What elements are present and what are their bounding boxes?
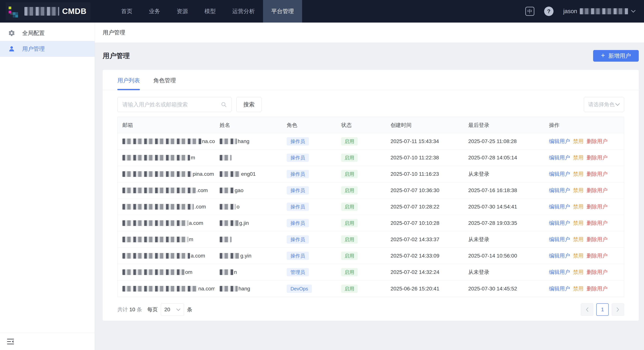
name-cell: hang — [215, 138, 282, 144]
column-header: 邮箱 — [118, 122, 215, 129]
email-visible-text: om — [185, 269, 192, 275]
redacted-name-block — [220, 138, 237, 144]
table-row: na.comhangDevOps启用2025-06-26 15:20:41202… — [118, 280, 624, 297]
prev-page-button[interactable] — [581, 303, 593, 316]
help-icon[interactable]: ? — [544, 7, 554, 16]
edit-user-link[interactable]: 编辑用户 — [549, 220, 570, 227]
created-time-cell: 2025-07-07 10:10:28 — [386, 220, 464, 226]
role-filter-placeholder: 请选择角色 — [588, 101, 614, 108]
email-cell: a.com — [118, 253, 215, 259]
current-page-button[interactable]: 1 — [596, 303, 609, 316]
edit-user-link[interactable]: 编辑用户 — [549, 203, 570, 210]
created-time-cell: 2025-07-07 10:28:22 — [386, 204, 464, 210]
edit-user-link[interactable]: 编辑用户 — [549, 138, 570, 145]
sidebar: 全局配置用户管理 — [0, 23, 95, 350]
email-cell: m — [118, 237, 215, 243]
column-header: 创建时间 — [386, 122, 464, 129]
edit-user-link[interactable]: 编辑用户 — [549, 252, 570, 259]
name-cell: g.jin — [215, 220, 282, 226]
actions-cell: 编辑用户禁用删除用户 — [544, 170, 624, 178]
role-filter-select[interactable]: 请选择角色 — [584, 97, 624, 112]
email-cell: .com — [118, 188, 215, 194]
edit-user-link[interactable]: 编辑用户 — [549, 285, 570, 292]
last-login-cell: 2025-07-28 14:05:14 — [464, 155, 544, 161]
disable-user-link[interactable]: 禁用 — [573, 154, 584, 161]
tab-2[interactable]: 角色管理 — [154, 70, 176, 90]
delete-user-link[interactable]: 删除用户 — [586, 285, 608, 292]
disable-user-link[interactable]: 禁用 — [573, 220, 584, 227]
add-user-button[interactable]: + 新增用户 — [593, 50, 639, 62]
redacted-email-block — [122, 204, 194, 210]
total-count: 10 — [129, 307, 135, 313]
delete-user-link[interactable]: 删除用户 — [586, 170, 608, 178]
disable-user-link[interactable]: 禁用 — [573, 252, 584, 259]
disable-user-link[interactable]: 禁用 — [573, 138, 584, 145]
nav-item-5[interactable]: 运营分析 — [224, 0, 263, 23]
delete-user-link[interactable]: 删除用户 — [586, 252, 608, 259]
column-header: 姓名 — [215, 122, 282, 129]
redacted-name-block — [220, 269, 233, 275]
brand-logo[interactable]: CMDB — [6, 2, 90, 20]
delete-user-link[interactable]: 删除用户 — [586, 154, 608, 161]
sidebar-item-2[interactable]: 用户管理 — [0, 41, 95, 57]
name-cell — [215, 237, 282, 242]
role-badge: 操作员 — [287, 137, 309, 145]
redacted-email-block — [122, 237, 188, 242]
role-badge: 操作员 — [287, 219, 309, 227]
edit-user-link[interactable]: 编辑用户 — [549, 236, 570, 243]
disable-user-link[interactable]: 禁用 — [573, 269, 584, 276]
edit-user-link[interactable]: 编辑用户 — [549, 154, 570, 161]
status-cell: 启用 — [336, 285, 386, 293]
search-input[interactable] — [122, 101, 221, 108]
search-box — [117, 97, 232, 112]
disable-user-link[interactable]: 禁用 — [573, 285, 584, 292]
redacted-email-block — [122, 286, 198, 291]
actions-cell: 编辑用户禁用删除用户 — [544, 203, 624, 210]
nav-item-4[interactable]: 模型 — [196, 0, 224, 23]
delete-user-link[interactable]: 删除用户 — [586, 203, 608, 210]
disable-user-link[interactable]: 禁用 — [573, 236, 584, 243]
status-badge: 启用 — [341, 137, 358, 145]
search-icon — [221, 101, 227, 107]
search-button[interactable]: 搜索 — [236, 97, 262, 112]
delete-user-link[interactable]: 删除用户 — [586, 187, 608, 194]
nav-item-3[interactable]: 资源 — [168, 0, 196, 23]
table-row: .como操作员启用2025-07-07 10:28:222025-07-30 … — [118, 199, 624, 215]
disable-user-link[interactable]: 禁用 — [573, 187, 584, 194]
role-cell: 操作员 — [282, 137, 336, 145]
nav-item-6[interactable]: 平台管理 — [263, 0, 302, 23]
user-menu[interactable]: jason — [563, 8, 636, 15]
last-login-cell: 2025-07-30 14:54:41 — [464, 204, 544, 210]
delete-user-link[interactable]: 删除用户 — [586, 138, 608, 145]
name-visible-text: eng01 — [241, 171, 256, 177]
disable-user-link[interactable]: 禁用 — [573, 203, 584, 210]
language-toggle-icon[interactable]: 中 — [525, 7, 534, 16]
username-prefix: jason — [563, 8, 577, 15]
per-page-suffix: 条 — [187, 306, 192, 313]
delete-user-link[interactable]: 删除用户 — [586, 269, 608, 276]
edit-user-link[interactable]: 编辑用户 — [549, 187, 570, 194]
collapse-sidebar-icon[interactable] — [7, 338, 14, 345]
role-badge: 操作员 — [287, 186, 309, 195]
main-area: 用户管理 用户管理 + 新增用户 用户列表角色管理 — [95, 23, 644, 350]
sidebar-item-1[interactable]: 全局配置 — [0, 25, 95, 41]
last-login-cell: 2025-07-25 11:08:28 — [464, 138, 544, 144]
sidebar-footer — [0, 333, 95, 350]
table-row: m操作员启用2025-07-02 14:33:37从未登录编辑用户禁用删除用户 — [118, 231, 624, 248]
logo-icon — [6, 3, 22, 19]
top-navbar: CMDB 首页业务资源模型运营分析平台管理 中 ? jason — [0, 0, 644, 23]
delete-user-link[interactable]: 删除用户 — [586, 236, 608, 243]
edit-user-link[interactable]: 编辑用户 — [549, 170, 570, 178]
last-login-cell: 从未登录 — [464, 269, 544, 276]
edit-user-link[interactable]: 编辑用户 — [549, 269, 570, 276]
actions-cell: 编辑用户禁用删除用户 — [544, 187, 624, 194]
next-page-button[interactable] — [612, 303, 624, 316]
disable-user-link[interactable]: 禁用 — [573, 170, 584, 178]
page-size-select[interactable]: 20 — [161, 303, 184, 316]
redacted-name-block — [220, 171, 240, 177]
delete-user-link[interactable]: 删除用户 — [586, 220, 608, 227]
nav-item-1[interactable]: 首页 — [113, 0, 141, 23]
gear-icon — [8, 29, 16, 37]
nav-item-2[interactable]: 业务 — [141, 0, 168, 23]
tab-1[interactable]: 用户列表 — [117, 70, 140, 90]
